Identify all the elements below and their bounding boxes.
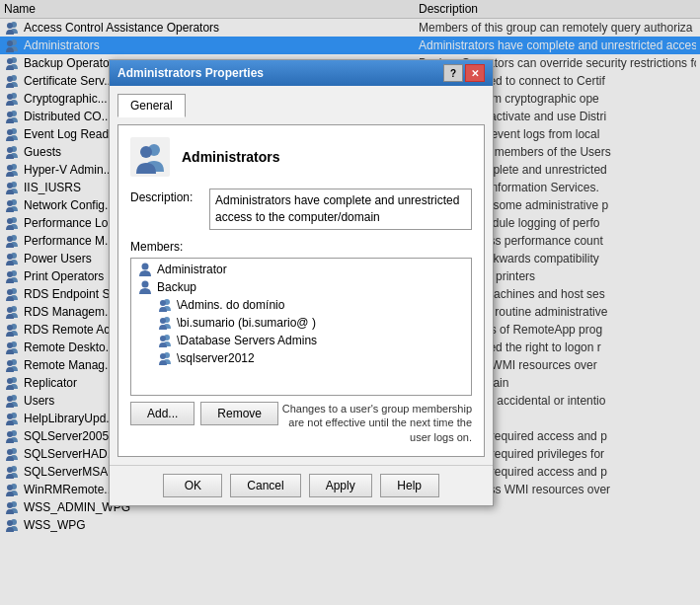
svg-point-62 [142,281,149,288]
members-list[interactable]: Administrator Backup \Admins. do domínio… [130,258,472,396]
svg-point-60 [140,146,152,158]
member-name: \sqlserver2012 [177,351,255,365]
close-title-button[interactable]: ✕ [465,64,485,82]
member-name: Administrator [157,263,227,276]
dialog-content: General [110,86,493,465]
cancel-button[interactable]: Cancel [230,474,300,497]
member-icon [157,350,173,366]
member-item[interactable]: \sqlserver2012 [133,349,469,367]
members-buttons: Add... Remove [130,402,278,425]
svg-point-61 [142,264,149,270]
tab-general[interactable]: General [117,94,186,117]
ok-button[interactable]: OK [163,474,222,497]
description-label: Description: [130,189,209,204]
member-icon [137,262,153,277]
member-name: \bi.sumario (bi.sumario@ ) [177,316,316,330]
titlebar-buttons: ? ✕ [443,64,485,82]
administrators-properties-dialog: Administrators Properties ? ✕ General [109,59,494,506]
member-name: Backup [157,280,196,294]
member-item[interactable]: Administrator [133,261,469,278]
svg-point-64 [160,300,166,306]
member-name: \Database Servers Admins [177,334,317,347]
help-button[interactable]: Help [380,474,439,497]
admin-name: Administrators [182,149,280,165]
member-item[interactable]: \Admins. do domínio [133,296,469,314]
svg-point-68 [160,336,166,341]
member-icon [157,333,173,348]
dialog-footer: OK Cancel Apply Help [110,465,493,505]
help-title-button[interactable]: ? [443,64,463,82]
members-bottom: Add... Remove Changes to a user's group … [130,402,472,444]
remove-button[interactable]: Remove [200,402,278,425]
member-item[interactable]: \bi.sumario (bi.sumario@ ) [133,314,469,332]
members-label: Members: [130,240,472,254]
members-note: Changes to a user's group membership are… [278,402,472,444]
dialog-overlay: Administrators Properties ? ✕ General [0,0,700,605]
apply-button[interactable]: Apply [309,474,372,497]
admin-icon-large [130,137,170,177]
member-icon [157,297,173,313]
member-icon [137,279,153,295]
svg-point-66 [160,318,166,324]
svg-point-70 [160,353,166,359]
admin-header: Administrators [130,137,472,177]
member-item[interactable]: \Database Servers Admins [133,332,469,349]
tab-bar: General [117,94,485,117]
member-name: \Admins. do domínio [177,298,284,312]
description-field-row: Description: Administrators have complet… [130,189,472,230]
dialog-title: Administrators Properties [117,66,264,80]
member-icon [157,315,173,331]
member-item[interactable]: Backup [133,278,469,296]
description-value: Administrators have complete and unrestr… [209,189,472,230]
tab-general-content: Administrators Description: Administrato… [117,124,485,457]
dialog-titlebar: Administrators Properties ? ✕ [110,60,493,86]
add-button[interactable]: Add... [130,402,194,425]
